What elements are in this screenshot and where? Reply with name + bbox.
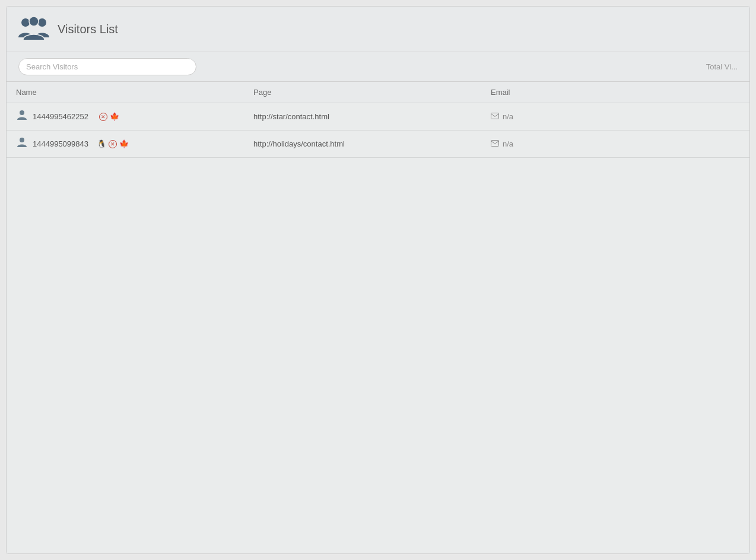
page-cell: http://holidays/contact.html: [244, 131, 481, 158]
visitor-tags: 🐧 ✕ 🍁: [97, 139, 129, 148]
flag-icon: 🍁: [110, 112, 119, 121]
toolbar: Total Vi...: [7, 52, 749, 82]
name-cell: 1444995099843 🐧 ✕ 🍁: [7, 131, 244, 158]
browser-icon: ✕: [109, 140, 117, 148]
user-icon: [16, 136, 28, 151]
visitor-id: 1444995099843: [33, 139, 88, 148]
page-cell: http://star/contact.html: [244, 103, 481, 131]
email-cell: n/a: [481, 131, 749, 158]
table-row[interactable]: 1444995462252 ✕ 🍁 http://star/contact.ht…: [7, 103, 749, 131]
email-value: n/a: [503, 112, 513, 121]
svg-rect-4: [491, 113, 499, 119]
linux-os-icon: 🐧: [97, 139, 106, 148]
col-header-email: Email: [481, 82, 749, 103]
browser-icon: ✕: [99, 113, 107, 121]
email-value: n/a: [503, 139, 513, 148]
page-url: http://holidays/contact.html: [253, 139, 345, 148]
svg-point-5: [20, 138, 24, 142]
user-icon: [16, 109, 28, 124]
col-header-page: Page: [244, 82, 481, 103]
visitors-table: Name Page Email 1444995462: [7, 82, 749, 158]
page-url: http://star/contact.html: [253, 112, 329, 121]
visitor-tags: ✕ 🍁: [97, 112, 119, 121]
table-header-row: Name Page Email: [7, 82, 749, 103]
search-input[interactable]: [18, 58, 196, 75]
header: Visitors List: [7, 7, 749, 52]
email-icon: [491, 139, 499, 148]
total-visitors-label: Total Vi...: [706, 62, 738, 71]
visitor-id: 1444995462252: [33, 112, 88, 121]
email-icon: [491, 112, 499, 121]
app-window: Visitors List Total Vi... Name Page Emai…: [6, 6, 750, 554]
svg-rect-6: [491, 141, 499, 147]
svg-point-3: [20, 110, 24, 115]
header-title: Visitors List: [58, 23, 118, 36]
flag-icon: 🍁: [119, 139, 129, 148]
visitors-icon: [18, 15, 49, 43]
table-container: Name Page Email 1444995462: [7, 82, 749, 553]
svg-point-0: [21, 18, 30, 27]
table-row[interactable]: 1444995099843 🐧 ✕ 🍁 http://holidays/cont…: [7, 131, 749, 158]
svg-point-1: [38, 18, 46, 27]
col-header-name: Name: [7, 82, 244, 103]
email-cell: n/a: [481, 103, 749, 131]
name-cell: 1444995462252 ✕ 🍁: [7, 103, 244, 131]
svg-point-2: [29, 17, 39, 26]
